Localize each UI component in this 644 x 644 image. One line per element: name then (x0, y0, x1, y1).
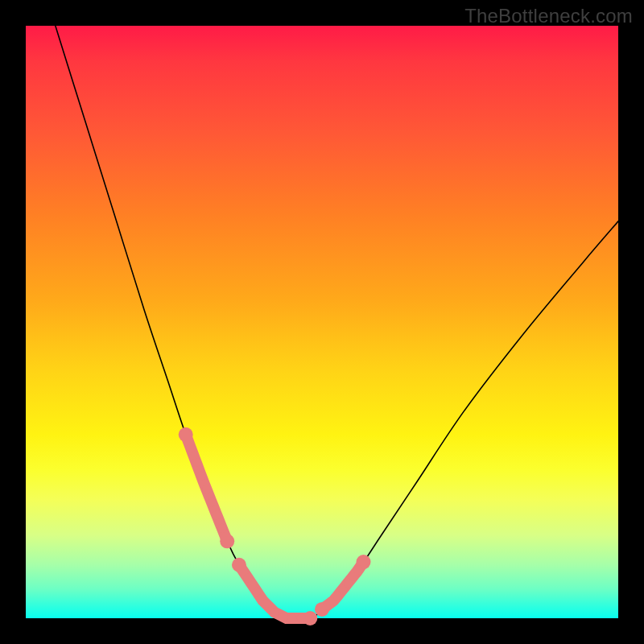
plot-area (26, 26, 618, 618)
svg-point-3 (192, 458, 200, 467)
svg-point-14 (270, 608, 279, 617)
svg-point-26 (354, 565, 363, 574)
chart-frame: TheBottleneck.com (0, 0, 644, 644)
svg-point-15 (279, 613, 288, 621)
svg-point-2 (187, 444, 196, 453)
curve-svg (26, 26, 618, 618)
svg-point-4 (197, 472, 206, 481)
svg-point-17 (297, 614, 306, 623)
svg-point-8 (217, 524, 226, 533)
svg-point-12 (253, 587, 262, 596)
watermark-text: TheBottleneck.com (464, 5, 633, 27)
bottleneck-curve (56, 26, 618, 620)
svg-point-5 (202, 485, 211, 493)
svg-point-7 (213, 511, 221, 520)
svg-point-11 (244, 574, 253, 583)
svg-point-13 (262, 599, 270, 608)
highlight-dots (179, 427, 371, 625)
svg-point-16 (288, 614, 297, 623)
svg-point-6 (207, 498, 216, 507)
